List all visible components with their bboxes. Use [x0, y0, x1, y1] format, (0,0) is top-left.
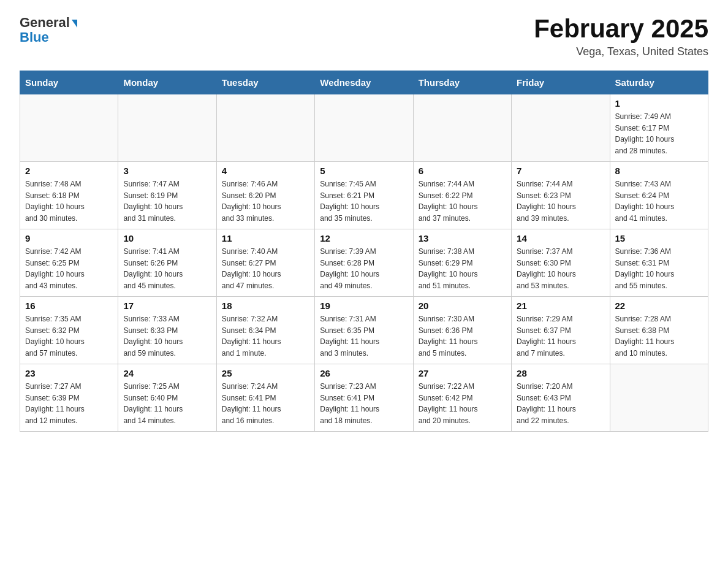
day-number: 15	[615, 233, 703, 243]
day-number: 20	[419, 301, 506, 311]
day-info: Sunrise: 7:33 AM Sunset: 6:33 PM Dayligh…	[123, 313, 211, 359]
day-cell: 21Sunrise: 7:29 AM Sunset: 6:37 PM Dayli…	[512, 297, 610, 364]
day-cell: 5Sunrise: 7:45 AM Sunset: 6:21 PM Daylig…	[315, 162, 413, 229]
day-cell: 18Sunrise: 7:32 AM Sunset: 6:34 PM Dayli…	[216, 297, 314, 364]
day-number: 28	[517, 368, 604, 378]
day-info: Sunrise: 7:40 AM Sunset: 6:27 PM Dayligh…	[222, 246, 309, 291]
day-number: 13	[419, 233, 506, 243]
day-number: 16	[25, 301, 113, 311]
location-title: Vega, Texas, United States	[534, 45, 708, 58]
weekday-row: SundayMondayTuesdayWednesdayThursdayFrid…	[20, 71, 708, 94]
calendar-body: 1Sunrise: 7:49 AM Sunset: 6:17 PM Daylig…	[20, 94, 708, 432]
day-info: Sunrise: 7:44 AM Sunset: 6:23 PM Dayligh…	[517, 178, 604, 224]
logo-arrow-icon	[72, 20, 77, 28]
weekday-header-sunday: Sunday	[20, 71, 118, 94]
calendar-header: SundayMondayTuesdayWednesdayThursdayFrid…	[20, 71, 708, 94]
day-cell: 7Sunrise: 7:44 AM Sunset: 6:23 PM Daylig…	[512, 162, 610, 229]
day-number: 14	[517, 233, 604, 243]
day-number: 1	[615, 98, 703, 109]
day-cell: 17Sunrise: 7:33 AM Sunset: 6:33 PM Dayli…	[118, 297, 216, 364]
day-number: 9	[25, 233, 113, 243]
day-info: Sunrise: 7:24 AM Sunset: 6:41 PM Dayligh…	[222, 381, 309, 426]
week-row-4: 16Sunrise: 7:35 AM Sunset: 6:32 PM Dayli…	[20, 297, 708, 364]
day-number: 27	[419, 368, 506, 378]
day-cell: 4Sunrise: 7:46 AM Sunset: 6:20 PM Daylig…	[216, 162, 314, 229]
weekday-header-wednesday: Wednesday	[315, 71, 413, 94]
weekday-header-thursday: Thursday	[413, 71, 511, 94]
day-info: Sunrise: 7:45 AM Sunset: 6:21 PM Dayligh…	[320, 178, 408, 224]
day-cell: 27Sunrise: 7:22 AM Sunset: 6:42 PM Dayli…	[413, 364, 511, 432]
weekday-header-monday: Monday	[118, 71, 216, 94]
week-row-1: 1Sunrise: 7:49 AM Sunset: 6:17 PM Daylig…	[20, 94, 708, 162]
day-cell	[512, 94, 610, 162]
day-info: Sunrise: 7:36 AM Sunset: 6:31 PM Dayligh…	[615, 246, 703, 291]
day-info: Sunrise: 7:35 AM Sunset: 6:32 PM Dayligh…	[25, 313, 113, 359]
day-number: 25	[222, 368, 309, 378]
day-cell: 26Sunrise: 7:23 AM Sunset: 6:41 PM Dayli…	[315, 364, 413, 432]
day-info: Sunrise: 7:39 AM Sunset: 6:28 PM Dayligh…	[320, 246, 408, 291]
day-cell: 19Sunrise: 7:31 AM Sunset: 6:35 PM Dayli…	[315, 297, 413, 364]
day-number: 12	[320, 233, 408, 243]
day-number: 7	[517, 166, 604, 176]
day-cell: 2Sunrise: 7:48 AM Sunset: 6:18 PM Daylig…	[20, 162, 118, 229]
day-number: 11	[222, 233, 309, 243]
day-number: 18	[222, 301, 309, 311]
weekday-header-tuesday: Tuesday	[216, 71, 314, 94]
day-cell	[413, 94, 511, 162]
day-number: 4	[222, 166, 309, 176]
day-info: Sunrise: 7:43 AM Sunset: 6:24 PM Dayligh…	[615, 178, 703, 224]
weekday-header-saturday: Saturday	[610, 71, 708, 94]
day-cell: 23Sunrise: 7:27 AM Sunset: 6:39 PM Dayli…	[20, 364, 118, 432]
day-info: Sunrise: 7:48 AM Sunset: 6:18 PM Dayligh…	[25, 178, 113, 224]
day-info: Sunrise: 7:23 AM Sunset: 6:41 PM Dayligh…	[320, 381, 408, 426]
day-number: 19	[320, 301, 408, 311]
day-cell: 6Sunrise: 7:44 AM Sunset: 6:22 PM Daylig…	[413, 162, 511, 229]
day-cell: 22Sunrise: 7:28 AM Sunset: 6:38 PM Dayli…	[610, 297, 708, 364]
day-cell: 10Sunrise: 7:41 AM Sunset: 6:26 PM Dayli…	[118, 229, 216, 297]
day-number: 24	[123, 368, 211, 378]
day-cell	[315, 94, 413, 162]
calendar-table: SundayMondayTuesdayWednesdayThursdayFrid…	[20, 71, 708, 432]
day-info: Sunrise: 7:47 AM Sunset: 6:19 PM Dayligh…	[123, 178, 211, 224]
day-info: Sunrise: 7:38 AM Sunset: 6:29 PM Dayligh…	[419, 246, 506, 291]
day-number: 23	[25, 368, 113, 378]
day-cell	[216, 94, 314, 162]
day-number: 21	[517, 301, 604, 311]
week-row-5: 23Sunrise: 7:27 AM Sunset: 6:39 PM Dayli…	[20, 364, 708, 432]
title-block: February 2025 Vega, Texas, United States	[534, 15, 708, 58]
day-cell	[118, 94, 216, 162]
day-cell: 1Sunrise: 7:49 AM Sunset: 6:17 PM Daylig…	[610, 94, 708, 162]
day-info: Sunrise: 7:44 AM Sunset: 6:22 PM Dayligh…	[419, 178, 506, 224]
day-info: Sunrise: 7:41 AM Sunset: 6:26 PM Dayligh…	[123, 246, 211, 291]
logo: General Blue	[20, 15, 77, 44]
day-number: 2	[25, 166, 113, 176]
day-number: 8	[615, 166, 703, 176]
day-cell: 25Sunrise: 7:24 AM Sunset: 6:41 PM Dayli…	[216, 364, 314, 432]
day-info: Sunrise: 7:37 AM Sunset: 6:30 PM Dayligh…	[517, 246, 604, 291]
day-info: Sunrise: 7:42 AM Sunset: 6:25 PM Dayligh…	[25, 246, 113, 291]
day-number: 6	[419, 166, 506, 176]
day-number: 17	[123, 301, 211, 311]
day-info: Sunrise: 7:27 AM Sunset: 6:39 PM Dayligh…	[25, 381, 113, 426]
day-cell	[610, 364, 708, 432]
day-info: Sunrise: 7:29 AM Sunset: 6:37 PM Dayligh…	[517, 313, 604, 359]
day-number: 3	[123, 166, 211, 176]
day-number: 10	[123, 233, 211, 243]
day-cell: 12Sunrise: 7:39 AM Sunset: 6:28 PM Dayli…	[315, 229, 413, 297]
day-cell	[20, 94, 118, 162]
page-header: General Blue February 2025 Vega, Texas, …	[20, 15, 708, 58]
day-info: Sunrise: 7:31 AM Sunset: 6:35 PM Dayligh…	[320, 313, 408, 359]
day-cell: 16Sunrise: 7:35 AM Sunset: 6:32 PM Dayli…	[20, 297, 118, 364]
day-info: Sunrise: 7:22 AM Sunset: 6:42 PM Dayligh…	[419, 381, 506, 426]
day-cell: 15Sunrise: 7:36 AM Sunset: 6:31 PM Dayli…	[610, 229, 708, 297]
logo-general-text: General	[20, 15, 70, 31]
day-cell: 3Sunrise: 7:47 AM Sunset: 6:19 PM Daylig…	[118, 162, 216, 229]
day-info: Sunrise: 7:46 AM Sunset: 6:20 PM Dayligh…	[222, 178, 309, 224]
weekday-header-friday: Friday	[512, 71, 610, 94]
week-row-2: 2Sunrise: 7:48 AM Sunset: 6:18 PM Daylig…	[20, 162, 708, 229]
day-number: 22	[615, 301, 703, 311]
day-cell: 24Sunrise: 7:25 AM Sunset: 6:40 PM Dayli…	[118, 364, 216, 432]
week-row-3: 9Sunrise: 7:42 AM Sunset: 6:25 PM Daylig…	[20, 229, 708, 297]
day-number: 26	[320, 368, 408, 378]
day-cell: 11Sunrise: 7:40 AM Sunset: 6:27 PM Dayli…	[216, 229, 314, 297]
